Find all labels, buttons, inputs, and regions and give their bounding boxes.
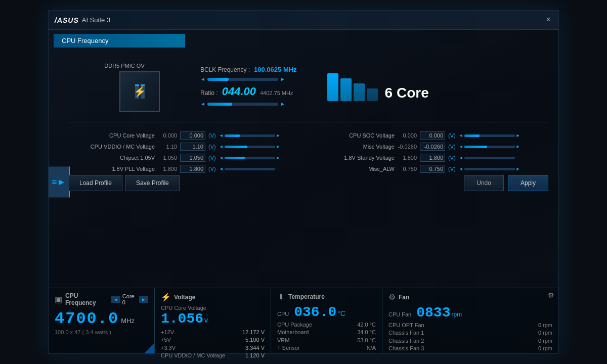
voltage-main-unit: v bbox=[204, 316, 208, 324]
bclk-slider-fill bbox=[207, 78, 229, 81]
vslider-left-r3[interactable]: ◄ bbox=[459, 166, 463, 171]
ratio-slider-track[interactable] bbox=[207, 103, 278, 106]
vslider-left-0[interactable]: ◄ bbox=[219, 133, 224, 138]
cpu-sub-info: 100.0 x 47 ( 3.4 watts ) bbox=[55, 329, 148, 335]
fan-item-0: CPU OPT Fan 0 rpm bbox=[388, 322, 552, 329]
vslider-left-3[interactable]: ◄ bbox=[219, 166, 224, 171]
vslider-left-r0[interactable]: ◄ bbox=[459, 133, 463, 138]
vfill-r1 bbox=[464, 146, 487, 148]
ratio-slider-left[interactable]: ◄ bbox=[200, 101, 205, 107]
voltage-items: +12V 12.172 V +5V 5.100 V +3.3V 3.344 V … bbox=[161, 329, 265, 360]
vtrack-2[interactable] bbox=[225, 157, 275, 159]
volt-val-1: 5.100 V bbox=[245, 336, 265, 344]
battery-bar-2 bbox=[340, 78, 352, 101]
core-display: 6 Core bbox=[327, 73, 429, 101]
apply-button[interactable]: Apply bbox=[508, 175, 548, 191]
vslider-right-r0[interactable]: ► bbox=[516, 133, 521, 138]
temp-panel-header: 🌡 Temperature bbox=[277, 292, 376, 301]
voltage-input-1[interactable] bbox=[180, 143, 205, 151]
vslider-left-1[interactable]: ◄ bbox=[219, 144, 224, 149]
app-logo: /ASUS bbox=[55, 16, 79, 24]
temp-val-3: N/A bbox=[367, 344, 376, 352]
temp-items: CPU Package 42.0 °C Motherboard 34.0 °C … bbox=[277, 321, 376, 352]
close-button[interactable]: × bbox=[543, 15, 553, 25]
fan-item-3: Chassis Fan 3 0 rpm bbox=[388, 345, 552, 352]
battery-bar-3 bbox=[354, 83, 365, 101]
vtrack-r3[interactable] bbox=[464, 168, 515, 170]
vtrack-r0[interactable] bbox=[464, 134, 515, 137]
core-prev-button[interactable]: ◄ bbox=[111, 296, 120, 303]
undo-button[interactable]: Undo bbox=[464, 175, 504, 191]
app-window: /ASUS AI Suite 3 × CPU Frequency ≡► DDR5… bbox=[48, 10, 559, 354]
ratio-value: 044.00 bbox=[222, 85, 256, 98]
vslider-right-0[interactable]: ► bbox=[276, 133, 281, 138]
voltage-input-3[interactable] bbox=[180, 165, 205, 173]
bclk-slider-right[interactable]: ► bbox=[280, 76, 285, 82]
voltage-unit-0: (V) bbox=[208, 132, 216, 139]
fan-label-1: Chassis Fan 1 bbox=[388, 329, 424, 337]
vslider-left-r1[interactable]: ◄ bbox=[459, 144, 463, 149]
voltage-input-r0[interactable] bbox=[420, 131, 445, 140]
vslider-right-r1[interactable]: ► bbox=[516, 144, 521, 149]
ratio-slider-fill bbox=[207, 103, 232, 106]
temperature-panel: 🌡 Temperature CPU 036.0 °C CPU Package 4… bbox=[271, 288, 382, 353]
volt-label-1: +5V bbox=[161, 336, 171, 344]
vslider-left-2[interactable]: ◄ bbox=[219, 155, 224, 160]
voltages-right: CPU SOC Voltage 0.000 (V) ◄ ► Misc Volta… bbox=[319, 130, 538, 174]
bclk-label: BCLK Frequency : bbox=[200, 66, 250, 73]
fan-item-2: Chassis Fan 2 0 rpm bbox=[388, 337, 552, 345]
lightning-icon: ⚡ bbox=[134, 85, 146, 98]
voltage-input-0[interactable] bbox=[180, 131, 205, 140]
voltage-slider-r0: ◄ ► bbox=[459, 133, 521, 138]
fan-val-2: 0 rpm bbox=[538, 337, 552, 345]
fan-label-3: Chassis Fan 3 bbox=[388, 345, 424, 352]
voltage-name-1: CPU VDDIO / MC Voltage bbox=[79, 144, 155, 150]
volt-val-3: 1.120 V bbox=[245, 352, 265, 359]
vslider-right-2[interactable]: ► bbox=[276, 155, 281, 160]
volt-label-2: +3.3V bbox=[161, 344, 176, 352]
cpu-freq-value: 4700.0 bbox=[55, 309, 119, 328]
core-count: 6 Core bbox=[385, 85, 429, 101]
voltage-icon: ⚡ bbox=[161, 292, 171, 302]
vtrack-r2[interactable] bbox=[464, 157, 515, 159]
ddr-icon: ⚡ bbox=[119, 71, 160, 112]
fan-label-0: CPU OPT Fan bbox=[388, 322, 424, 329]
voltage-slider-0: ◄ ► bbox=[219, 133, 281, 138]
voltage-slider-r2: ◄ bbox=[459, 155, 515, 160]
load-profile-button[interactable]: Load Profile bbox=[69, 175, 122, 191]
vtrack-1[interactable] bbox=[225, 146, 275, 148]
core-next-button[interactable]: ► bbox=[139, 296, 148, 303]
main-content: DDR5 PMIC OV ⚡ BCLK Frequency : 100.0625… bbox=[59, 48, 558, 260]
volt-label-0: +12V bbox=[161, 329, 174, 336]
fan-panel-title: Fan bbox=[399, 294, 409, 301]
temp-item-2: VRM 53.0 °C bbox=[277, 337, 376, 344]
ratio-slider-right[interactable]: ► bbox=[280, 101, 285, 107]
voltage-panel-header: ⚡ Voltage bbox=[161, 292, 265, 302]
voltage-name-3: 1.8V PLL Voltage bbox=[79, 166, 155, 172]
fan-label-2: Chassis Fan 2 bbox=[388, 337, 424, 345]
ratio-label: Ratio : bbox=[200, 89, 218, 97]
bclk-slider-track[interactable] bbox=[207, 78, 278, 81]
voltage-panel-title: Voltage bbox=[174, 294, 195, 301]
profile-buttons: Load Profile Save Profile bbox=[69, 175, 180, 191]
voltage-input-2[interactable] bbox=[180, 154, 205, 162]
voltage-input-r2[interactable] bbox=[420, 154, 445, 162]
save-profile-button[interactable]: Save Profile bbox=[125, 175, 180, 191]
bclk-slider-left[interactable]: ◄ bbox=[200, 76, 205, 82]
vtrack-3[interactable] bbox=[225, 168, 275, 170]
battery-bar-4 bbox=[367, 88, 378, 101]
temp-panel-title: Temperature bbox=[288, 293, 325, 300]
vtrack-r1[interactable] bbox=[464, 146, 515, 148]
vtrack-0[interactable] bbox=[225, 134, 275, 137]
settings-icon[interactable]: ⚙ bbox=[548, 291, 554, 299]
voltage-slider-2: ◄ ► bbox=[219, 155, 281, 160]
ratio-freq: 4402.75 MHz bbox=[260, 90, 293, 96]
voltage-input-r3[interactable] bbox=[420, 165, 445, 173]
vslider-right-r3[interactable]: ► bbox=[516, 166, 521, 171]
voltage-input-r1[interactable] bbox=[420, 143, 445, 151]
vslider-right-1[interactable]: ► bbox=[276, 144, 281, 149]
temp-val-2: 53.0 °C bbox=[357, 337, 376, 344]
vslider-left-r2[interactable]: ◄ bbox=[459, 155, 463, 160]
voltage-name-r2: 1.8V Standy Voltage bbox=[319, 155, 395, 161]
voltage-row-r1: Misc Voltage -0.0260 (V) ◄ ► bbox=[319, 141, 538, 152]
